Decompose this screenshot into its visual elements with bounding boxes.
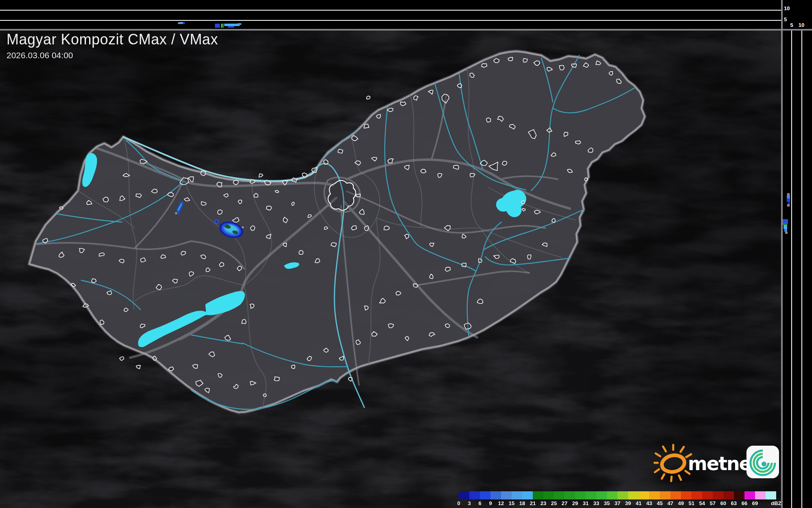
city-outline bbox=[584, 178, 588, 181]
color-swatch bbox=[617, 491, 628, 499]
scale-tick-label: 41 bbox=[636, 500, 641, 506]
city-outline bbox=[527, 255, 531, 259]
echo-profile-mark bbox=[183, 22, 185, 24]
city-outline bbox=[523, 59, 527, 62]
scale-tick-label: 66 bbox=[742, 500, 747, 506]
city-outline bbox=[486, 118, 491, 122]
scale-tick-label: 33 bbox=[593, 500, 599, 506]
color-swatch bbox=[660, 491, 670, 499]
city-outline bbox=[263, 394, 267, 397]
scale-tick-label: 18 bbox=[519, 500, 525, 506]
scale-tick-label: 51 bbox=[689, 500, 694, 506]
color-swatch bbox=[480, 491, 490, 499]
city-outline bbox=[250, 304, 254, 308]
color-swatch bbox=[596, 491, 607, 499]
echo-profile-mark bbox=[215, 24, 220, 28]
color-swatch bbox=[512, 491, 522, 499]
top-gridline-10 bbox=[0, 10, 781, 11]
scale-tick-label: 63 bbox=[731, 500, 737, 506]
radar-map bbox=[0, 31, 781, 508]
color-swatch bbox=[533, 491, 543, 499]
color-swatch bbox=[554, 491, 565, 499]
scale-tick-label: 49 bbox=[678, 500, 684, 506]
echo-profile-mark bbox=[783, 219, 788, 223]
scale-tick-label: 21 bbox=[530, 500, 536, 506]
city-outline bbox=[291, 365, 295, 369]
scale-tick-label: 35 bbox=[604, 500, 610, 506]
color-swatch bbox=[766, 491, 776, 499]
top-axis-label-5: 5 bbox=[784, 17, 787, 22]
echo-profile-mark bbox=[238, 23, 241, 25]
radar-app-screen: { "header": { "title": "Magyar Kompozit … bbox=[0, 0, 812, 508]
city-outline bbox=[201, 171, 206, 176]
color-swatch bbox=[607, 491, 617, 499]
echo-profile-mark bbox=[222, 24, 224, 28]
echo-profile-mark bbox=[787, 195, 790, 198]
color-swatch bbox=[681, 491, 692, 499]
scale-tick-label: 31 bbox=[583, 500, 589, 506]
scale-tick-label: 25 bbox=[551, 500, 557, 506]
city-outline bbox=[356, 194, 361, 197]
city-outline bbox=[576, 141, 581, 144]
scale-tick-label: 37 bbox=[615, 500, 620, 506]
scale-tick-label: 12 bbox=[498, 500, 504, 506]
scale-tick-label: 27 bbox=[562, 500, 567, 506]
color-swatch bbox=[692, 491, 702, 499]
color-swatch bbox=[543, 491, 554, 499]
scale-tick-label: 0 bbox=[457, 500, 460, 506]
scale-tick-label: 29 bbox=[572, 500, 578, 506]
city-outline bbox=[59, 207, 63, 209]
scale-tick-label: 60 bbox=[720, 500, 726, 506]
scale-tick-label: 3 bbox=[468, 500, 471, 506]
color-scale-labels: 0369121518212325272931333537394143454749… bbox=[459, 500, 780, 507]
city-outline bbox=[338, 150, 343, 154]
city-outline bbox=[218, 210, 222, 214]
color-swatch bbox=[501, 491, 512, 499]
map-canvas bbox=[0, 31, 781, 508]
color-swatch bbox=[713, 491, 723, 499]
scale-tick-label: 39 bbox=[625, 500, 631, 506]
metnet-app-icon bbox=[746, 446, 779, 478]
dbz-color-scale: 0369121518212325272931333537394143454749… bbox=[459, 491, 780, 507]
city-outline bbox=[274, 377, 280, 381]
scale-tick-label: 45 bbox=[657, 500, 663, 506]
city-outline bbox=[312, 167, 317, 173]
scale-tick-label: 54 bbox=[699, 500, 705, 506]
city-outline bbox=[266, 206, 271, 210]
color-scale-swatches bbox=[459, 491, 780, 499]
color-swatch bbox=[755, 491, 766, 499]
city-outline bbox=[299, 251, 303, 255]
page-title: Magyar Kompozit CMax / VMax bbox=[7, 31, 218, 48]
city-outline bbox=[609, 72, 613, 75]
color-swatch bbox=[639, 491, 649, 499]
city-outline bbox=[250, 180, 255, 184]
scale-tick-label: 15 bbox=[509, 500, 514, 506]
timestamp: 2026.03.06 04:00 bbox=[7, 51, 218, 60]
city-outline bbox=[552, 219, 555, 222]
color-swatch bbox=[723, 491, 734, 499]
right-axis-label-5: 5 bbox=[789, 22, 794, 28]
color-swatch bbox=[575, 491, 586, 499]
right-axis-label-10: 10 bbox=[797, 22, 806, 28]
map-header: Magyar Kompozit CMax / VMax 2026.03.06 0… bbox=[7, 31, 218, 60]
sun-icon bbox=[654, 445, 691, 481]
scale-tick-label: 23 bbox=[541, 500, 546, 506]
city-outline bbox=[181, 251, 186, 255]
scale-tick-label: 43 bbox=[646, 500, 652, 506]
city-outline bbox=[364, 124, 369, 128]
echo-profile-mark bbox=[784, 225, 787, 229]
color-swatch bbox=[565, 491, 575, 499]
color-swatch bbox=[734, 491, 744, 499]
city-outline bbox=[502, 161, 507, 165]
color-swatch bbox=[670, 491, 681, 499]
echo-profile-mark bbox=[785, 232, 788, 234]
color-swatch bbox=[469, 491, 480, 499]
color-swatch bbox=[459, 491, 469, 499]
city-outline bbox=[324, 227, 328, 229]
right-gridline-10 bbox=[801, 31, 802, 508]
scale-tick-label: 69 bbox=[752, 500, 758, 506]
right-gridline-5 bbox=[791, 31, 792, 508]
top-gridline-5 bbox=[0, 20, 781, 21]
scale-unit-label: dBZ bbox=[771, 500, 781, 506]
color-swatch bbox=[490, 491, 501, 499]
